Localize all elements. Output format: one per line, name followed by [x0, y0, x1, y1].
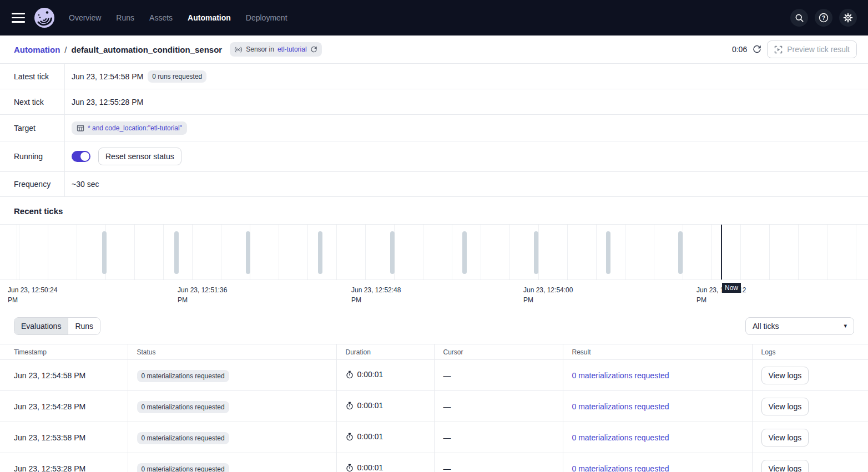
- col-status: Status: [128, 344, 336, 360]
- tick-timestamp: Jun 23, 12:54:28 PM: [0, 391, 128, 422]
- tick-result-link[interactable]: 0 materializations requested: [572, 371, 669, 380]
- ticks-toolbar: Evaluations Runs All ticks ▾: [0, 308, 868, 344]
- tick-bar[interactable]: [606, 231, 610, 274]
- target-selection-link[interactable]: * and code_location:"etl-tutorial": [72, 121, 187, 135]
- running-toggle[interactable]: [72, 151, 90, 162]
- target-selection-text: * and code_location:"etl-tutorial": [88, 124, 182, 132]
- tick-bar[interactable]: [534, 231, 538, 274]
- tick-row: Jun 23, 12:54:58 PM0 materializations re…: [0, 360, 868, 391]
- axis-time-label: Jun 23, 12:54:00PM: [523, 285, 586, 305]
- sensor-location-badge: Sensor in etl-tutorial: [230, 42, 321, 57]
- tick-bar[interactable]: [678, 231, 683, 274]
- stopwatch-icon: [346, 402, 354, 410]
- axis-time-label: Jun 23, 12:51:36PM: [178, 285, 240, 305]
- latest-tick-badge: 0 runs requested: [148, 70, 206, 83]
- reload-location-icon[interactable]: [310, 46, 317, 53]
- preview-button-label: Preview tick result: [787, 45, 850, 54]
- tab-runs[interactable]: Runs: [68, 318, 100, 334]
- tick-bar[interactable]: [246, 231, 250, 274]
- target-row: Target * and code_location:"etl-tutorial…: [0, 115, 868, 141]
- col-logs: Logs: [752, 344, 868, 360]
- tick-status-badge: 0 materializations requested: [137, 463, 229, 472]
- tick-duration: 0:00:01: [346, 432, 383, 441]
- nav-overview[interactable]: Overview: [69, 13, 101, 22]
- next-tick-time: Jun 23, 12:55:28 PM: [72, 98, 143, 106]
- next-tick-row: Next tick Jun 23, 12:55:28 PM: [0, 89, 868, 115]
- tab-evaluations[interactable]: Evaluations: [14, 318, 68, 334]
- code-location-link[interactable]: etl-tutorial: [277, 45, 307, 53]
- nav-automation[interactable]: Automation: [188, 13, 231, 22]
- sensor-icon: [234, 46, 243, 53]
- tick-status-badge: 0 materializations requested: [137, 432, 229, 444]
- next-tick-label: Next tick: [0, 89, 65, 114]
- col-cursor: Cursor: [434, 344, 563, 360]
- breadcrumb-separator: /: [64, 45, 67, 54]
- tick-duration: 0:00:01: [346, 463, 383, 472]
- col-duration: Duration: [336, 344, 434, 360]
- latest-tick-label: Latest tick: [0, 64, 65, 89]
- latest-tick-time: Jun 23, 12:54:58 PM: [72, 72, 143, 81]
- running-label: Running: [0, 141, 65, 171]
- recent-ticks-title: Recent ticks: [0, 197, 868, 224]
- svg-text:?: ?: [822, 15, 825, 21]
- preview-tick-result-button[interactable]: Preview tick result: [767, 40, 857, 58]
- sensor-name: default_automation_condition_sensor: [72, 45, 223, 54]
- frequency-label: Frequency: [0, 172, 65, 196]
- tick-duration: 0:00:01: [346, 370, 383, 379]
- tick-bar[interactable]: [102, 231, 107, 274]
- breadcrumb-automation-link[interactable]: Automation: [14, 45, 60, 54]
- breadcrumb-actions: 0:06 Preview tick result: [732, 40, 857, 58]
- timeline-axis: Jun 23, 12:50:24PMJun 23, 12:51:36PMJun …: [0, 280, 868, 308]
- nav-actions: ?: [790, 9, 857, 27]
- tick-filter-select[interactable]: All ticks ▾: [745, 317, 854, 335]
- refresh-countdown: 0:06: [732, 45, 747, 54]
- help-icon[interactable]: ?: [815, 9, 832, 27]
- stopwatch-icon: [346, 433, 354, 441]
- ticks-table-header: Timestamp Status Duration Cursor Result …: [0, 344, 868, 360]
- top-nav: Overview Runs Assets Automation Deployme…: [0, 0, 868, 35]
- search-icon[interactable]: [790, 9, 808, 27]
- tick-result-link[interactable]: 0 materializations requested: [572, 433, 669, 442]
- tick-bar[interactable]: [174, 231, 179, 274]
- recent-ticks-section: Recent ticks Jun 23, 12:50:24PMJun 23, 1…: [0, 197, 868, 308]
- view-logs-button[interactable]: View logs: [761, 429, 809, 446]
- target-label: Target: [0, 115, 65, 141]
- refresh-icon[interactable]: [753, 45, 761, 54]
- ticks-table: Timestamp Status Duration Cursor Result …: [0, 344, 868, 472]
- tick-status-badge: 0 materializations requested: [137, 401, 229, 413]
- tick-timestamp: Jun 23, 12:53:28 PM: [0, 453, 128, 472]
- tick-row: Jun 23, 12:53:28 PM0 materializations re…: [0, 453, 868, 472]
- tick-result-link[interactable]: 0 materializations requested: [572, 402, 669, 411]
- tick-cursor: —: [434, 360, 563, 391]
- view-logs-button[interactable]: View logs: [761, 398, 809, 415]
- gear-icon[interactable]: [839, 9, 857, 27]
- menu-icon[interactable]: [12, 13, 25, 23]
- tick-cursor: —: [434, 453, 563, 472]
- view-logs-button[interactable]: View logs: [761, 460, 809, 472]
- stopwatch-icon: [346, 371, 354, 379]
- frequency-value: ~30 sec: [72, 180, 99, 189]
- running-row: Running Reset sensor status: [0, 141, 868, 172]
- nav-assets[interactable]: Assets: [149, 13, 173, 22]
- tick-result-link[interactable]: 0 materializations requested: [572, 464, 669, 472]
- tick-timeline: [0, 224, 868, 280]
- sensor-badge-prefix: Sensor in: [246, 45, 274, 53]
- col-timestamp: Timestamp: [0, 344, 128, 360]
- latest-tick-row: Latest tick Jun 23, 12:54:58 PM 0 runs r…: [0, 64, 868, 89]
- stopwatch-icon: [346, 464, 354, 472]
- view-logs-button[interactable]: View logs: [761, 367, 809, 384]
- nav-deployment[interactable]: Deployment: [246, 13, 287, 22]
- reset-sensor-status-button[interactable]: Reset sensor status: [98, 148, 181, 165]
- view-tabs: Evaluations Runs: [14, 317, 100, 335]
- sensor-details: Latest tick Jun 23, 12:54:58 PM 0 runs r…: [0, 64, 868, 197]
- tick-bar[interactable]: [390, 231, 395, 274]
- tick-bar[interactable]: [318, 231, 322, 274]
- tick-bar[interactable]: [462, 231, 467, 274]
- preview-icon: [774, 45, 783, 54]
- now-badge: Now: [722, 283, 741, 293]
- nav-runs[interactable]: Runs: [116, 13, 134, 22]
- primary-nav: Overview Runs Assets Automation Deployme…: [69, 13, 287, 22]
- tick-status-badge: 0 materializations requested: [137, 370, 229, 382]
- dagster-logo[interactable]: [34, 7, 55, 28]
- tick-timestamp: Jun 23, 12:54:58 PM: [0, 360, 128, 391]
